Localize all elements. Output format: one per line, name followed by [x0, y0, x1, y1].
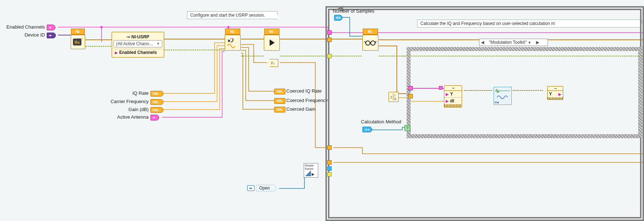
unbundle-y2[interactable]: ⊸ Y▶: [547, 86, 563, 100]
fm-label: FM: [495, 101, 499, 104]
label-active-antenna: Active Antenna: [98, 114, 149, 120]
tunnel-orange-2: [327, 145, 332, 150]
indicator-coerced-iq[interactable]: DBL: [274, 89, 286, 94]
svg-point-1: [227, 26, 229, 28]
dropdown-active-channels[interactable]: (All Active Chann… ▼: [113, 40, 162, 47]
control-iq-rate[interactable]: DBL: [150, 91, 163, 97]
svg-point-7: [371, 41, 375, 45]
vi-title-usrp-3: NI-USRP: [264, 29, 279, 35]
tunnel-orange-1: [327, 38, 332, 42]
label-iq-rate: IQ Rate: [105, 90, 149, 96]
indicator-coerced-freq[interactable]: DBL: [274, 98, 286, 104]
tunnel-pink-1: [327, 30, 332, 35]
vi-usrp-configure[interactable]: NI-USRP: [225, 35, 241, 51]
svg-text:θ: θ: [394, 97, 396, 101]
pink-node: [439, 86, 443, 90]
control-gain[interactable]: DBL: [150, 107, 163, 113]
label-coerced-freq: Coerced Frequency: [286, 98, 328, 103]
svg-text:Rx: Rx: [75, 40, 80, 44]
chevron-down-icon: ▼: [157, 42, 160, 46]
node-reciprocal[interactable]: ¹⁄ₓ: [267, 59, 278, 67]
svg-text:▶: ▶: [312, 172, 315, 176]
vi-usrp-initiate[interactable]: NI-USRP: [264, 35, 280, 51]
vi-title-usrp-2: NI-USRP: [225, 29, 240, 35]
case-selector[interactable]: ◀ "Modulation Toolkit" ▼ ▶: [479, 39, 548, 46]
svg-point-0: [100, 26, 103, 28]
svg-marker-12: [305, 170, 311, 176]
label-enabled-channels: Enabled Channels: [1, 24, 45, 30]
svg-point-6: [366, 41, 370, 45]
case-prev-icon[interactable]: ◀: [479, 40, 485, 45]
indicator-coerced-gain[interactable]: DBL: [274, 107, 286, 112]
tunnel-blue-1: [327, 166, 332, 171]
label-num-samples: Number of Samples: [333, 8, 383, 14]
case-value: "Modulation Toolkit" ▼: [485, 40, 535, 45]
control-num-samples[interactable]: I64: [334, 15, 342, 21]
property-title: ⊸ NI-USRP: [113, 34, 162, 40]
tunnel-error-1: [327, 54, 332, 58]
comment-configure: Configure and start the USRP session.: [187, 11, 278, 19]
resize-icon: [548, 97, 563, 99]
vi-title-usrp-4: NI-USRP: [363, 29, 378, 35]
unbundle-by-name[interactable]: ⊸ ▶Y ▶dt: [444, 85, 462, 107]
case-structure[interactable]: [407, 47, 642, 138]
ring-constant-icon[interactable]: ◂▸: [247, 185, 254, 191]
case-next-icon[interactable]: ▶: [535, 40, 541, 45]
resize-grip-icon: [444, 104, 462, 107]
label-coerced-iq: Coerced IQ Rate: [286, 88, 322, 94]
vi-fm-demod[interactable]: FM: [494, 87, 512, 105]
label-carrier-freq: Carrier Frequency: [94, 99, 149, 104]
label-device-id: Device ID: [1, 32, 45, 38]
case-selector-terminal: ?: [404, 125, 410, 131]
arrow-icon-2: ▶: [446, 99, 449, 103]
control-carrier-freq[interactable]: DBL: [150, 99, 163, 105]
vi-usrp-open-rx[interactable]: NI-USRP Rx: [71, 35, 85, 49]
case-tunnel-orange: [408, 94, 413, 98]
label-gain: Gain (dB): [105, 107, 149, 112]
control-device-id[interactable]: ➥: [47, 33, 56, 38]
control-calc-method[interactable]: ◂ ▸: [362, 127, 372, 132]
vi-usrp-fetch[interactable]: NI-USRP: [362, 35, 378, 51]
tunnel-orange-3: [327, 160, 332, 165]
tunnel-error-2: [327, 172, 332, 177]
svg-text:z: z: [390, 95, 392, 99]
case-tunnel-pink: [408, 86, 413, 90]
label-coerced-gain: Coerced Gain: [286, 106, 315, 112]
block-diagram-canvas[interactable]: Configure and start the USRP session. Ca…: [0, 0, 644, 221]
vi-simple-sound[interactable]: Simple Sound ▶: [304, 163, 318, 178]
grip-icon: ⊸: [548, 86, 563, 91]
vi-title-usrp: NI-USRP: [71, 29, 85, 35]
unbundle-grip-icon: ⊸: [444, 86, 462, 91]
property-node-usrp[interactable]: ⊸ NI-USRP (All Active Chann… ▼ ▶ Enabled…: [112, 32, 164, 58]
control-enabled-channels[interactable]: A: [47, 25, 55, 30]
control-active-antenna[interactable]: A: [150, 115, 159, 120]
write-arrow-icon: ▶: [115, 51, 118, 55]
arrow-icon: ▶: [446, 92, 449, 96]
constant-open[interactable]: Open: [256, 185, 277, 191]
arrow-right-icon: ▶: [558, 92, 561, 96]
node-complex-to-polar[interactable]: z r θ: [389, 92, 399, 102]
label-calc-method: Calculation Method: [361, 119, 412, 124]
property-enabled-channels[interactable]: ▶ Enabled Channels: [113, 49, 162, 56]
svg-text:r: r: [394, 94, 395, 97]
